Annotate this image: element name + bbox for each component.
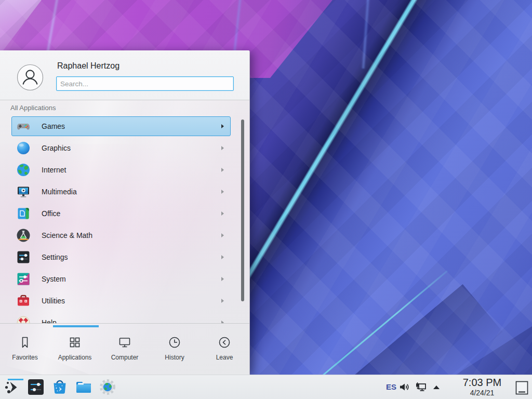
category-item-office[interactable]: Office xyxy=(11,204,231,223)
favorites-icon xyxy=(18,335,32,350)
tab-label: Applications xyxy=(58,354,92,361)
utilities-icon xyxy=(16,294,31,308)
application-launcher-popup: Raphael Hertzog All Applications Games xyxy=(0,50,250,375)
games-icon xyxy=(16,119,31,134)
category-item-games[interactable]: Games xyxy=(11,116,231,136)
category-item-multimedia[interactable]: Multimedia xyxy=(11,182,231,202)
category-label: Science & Math xyxy=(42,231,92,240)
launcher-header: Raphael Hertzog xyxy=(0,50,249,100)
category-item-science-math[interactable]: Science & Math xyxy=(11,225,231,245)
category-label: Graphics xyxy=(42,144,71,152)
tab-history[interactable]: History xyxy=(150,324,200,375)
category-item-settings[interactable]: Settings xyxy=(11,247,231,267)
tab-label: Favorites xyxy=(12,354,37,361)
scrollbar-thumb[interactable] xyxy=(241,119,244,301)
computer-icon xyxy=(117,335,132,350)
dolphin-file-manager-launcher[interactable] xyxy=(75,378,92,396)
category-label: Multimedia xyxy=(42,188,77,196)
clock-time: 7:03 PM xyxy=(456,376,508,389)
submenu-arrow-icon xyxy=(221,124,224,128)
internet-icon xyxy=(16,163,31,177)
tab-favorites[interactable]: Favorites xyxy=(0,324,50,375)
category-item-internet[interactable]: Internet xyxy=(11,160,231,180)
desktop: Raphael Hertzog All Applications Games xyxy=(0,0,532,399)
search-input[interactable] xyxy=(56,76,234,91)
submenu-arrow-icon xyxy=(221,211,224,216)
history-icon xyxy=(167,335,182,350)
submenu-arrow-icon xyxy=(221,190,224,194)
section-label: All Applications xyxy=(10,104,56,112)
network-icon[interactable] xyxy=(415,381,427,394)
launcher-tabbar: Favorites Applications Computer xyxy=(0,324,249,375)
active-task-indicator xyxy=(8,379,23,380)
user-name: Raphael Hertzog xyxy=(57,61,119,71)
user-avatar-icon xyxy=(17,64,44,91)
keyboard-layout-indicator[interactable]: ES xyxy=(386,382,396,391)
category-list: Games Graphics xyxy=(0,113,239,324)
tab-label: Leave xyxy=(216,354,233,361)
category-item-help[interactable]: Help xyxy=(11,313,231,324)
digital-clock[interactable]: 7:03 PM 4/24/21 xyxy=(456,376,508,397)
tab-leave[interactable]: Leave xyxy=(200,324,249,375)
kickoff-icon xyxy=(4,378,21,396)
tab-label: History xyxy=(165,354,184,361)
category-label: Games xyxy=(42,122,65,130)
leave-icon xyxy=(217,335,232,350)
application-launcher-button[interactable] xyxy=(4,378,21,396)
globe-gear-icon xyxy=(99,378,116,396)
category-item-utilities[interactable]: Utilities xyxy=(11,291,231,311)
multimedia-icon xyxy=(16,184,31,199)
submenu-arrow-icon xyxy=(221,146,224,150)
system-settings-icon xyxy=(27,378,45,396)
tab-label: Computer xyxy=(111,354,139,361)
system-tray: ES 7:03 PM 4/24/21 xyxy=(381,375,532,399)
folder-icon xyxy=(75,378,92,396)
clock-date: 4/24/21 xyxy=(456,389,508,397)
help-icon xyxy=(16,315,31,324)
tab-computer[interactable]: Computer xyxy=(100,324,150,375)
show-desktop-button[interactable] xyxy=(515,381,528,395)
science-math-icon xyxy=(16,228,31,243)
category-item-graphics[interactable]: Graphics xyxy=(11,138,231,158)
office-icon xyxy=(16,206,31,221)
settings-icon xyxy=(16,250,31,264)
taskbar: ES 7:03 PM 4/24/21 xyxy=(0,375,532,399)
category-label: Internet xyxy=(42,166,66,174)
category-label: System xyxy=(42,275,66,283)
user-avatar[interactable] xyxy=(17,64,44,91)
konqueror-browser-launcher[interactable] xyxy=(99,378,116,396)
discover-icon xyxy=(51,378,69,396)
submenu-arrow-icon xyxy=(221,255,224,259)
discover-launcher[interactable] xyxy=(51,378,69,396)
category-item-system[interactable]: System xyxy=(11,269,231,289)
volume-icon[interactable] xyxy=(398,381,410,393)
category-label: Settings xyxy=(42,253,68,261)
tab-applications[interactable]: Applications xyxy=(50,324,100,375)
submenu-arrow-icon xyxy=(221,277,224,281)
category-label: Office xyxy=(42,209,60,218)
applications-icon xyxy=(68,335,82,350)
graphics-icon xyxy=(16,141,31,155)
submenu-arrow-icon xyxy=(221,168,224,172)
submenu-arrow-icon xyxy=(221,233,224,237)
submenu-arrow-icon xyxy=(221,299,224,303)
system-icon xyxy=(16,272,31,286)
system-settings-launcher[interactable] xyxy=(27,378,45,396)
category-label: Utilities xyxy=(42,297,65,305)
expand-tray-caret-icon[interactable] xyxy=(432,384,441,390)
